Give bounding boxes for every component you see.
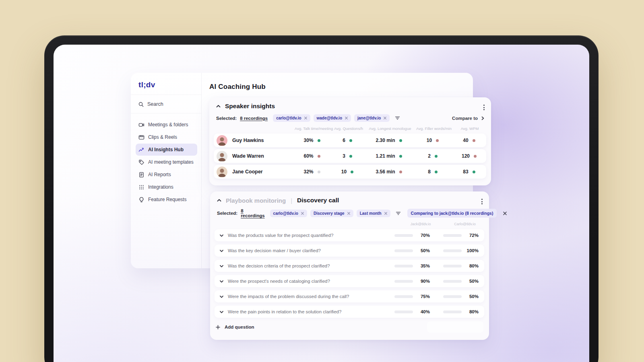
card-title: Discovery call — [297, 197, 339, 204]
compare-to-button[interactable]: Compare to — [452, 116, 485, 121]
metric-value: 10 — [341, 169, 347, 175]
speaker-row[interactable]: Wade Warren 60% 3 1.21 min 2 120 — [214, 149, 486, 163]
question-row[interactable]: Were the prospect's needs of cataloging … — [215, 275, 484, 287]
speaker-name: Guy Hawkins — [232, 138, 264, 143]
question-row[interactable]: Were the pain points in relation to the … — [215, 306, 484, 318]
metric-status-dot — [473, 171, 475, 173]
report-doc-icon — [138, 172, 144, 178]
metric-cell: 2 — [413, 153, 452, 159]
sidebar-item[interactable]: AI Reports — [136, 169, 197, 181]
compare-bar-group: 100% — [442, 248, 479, 253]
question-row[interactable]: Were the impacts of the problem discusse… — [215, 290, 484, 302]
sidebar-item[interactable]: Clips & Reels — [136, 131, 197, 143]
tag-icon — [138, 159, 144, 165]
chip-label: Last month — [360, 211, 382, 216]
compare-bar-group: 90% — [393, 279, 430, 284]
chevron-down-icon[interactable] — [220, 280, 223, 283]
metric-status-dot — [474, 155, 477, 158]
metric-status-dot — [399, 155, 402, 158]
sidebar-nav: Meetings & folders Clips & Reels AI Insi… — [131, 119, 201, 206]
column-header: Avg. Longest monologue — [365, 126, 415, 131]
compare-bar-group: 80% — [442, 263, 479, 268]
percent-value: 50% — [465, 279, 479, 284]
progress-bar — [394, 311, 413, 313]
more-menu-icon[interactable] — [481, 198, 483, 205]
filter-icon[interactable] — [395, 115, 400, 121]
chip-close-icon[interactable] — [345, 117, 348, 119]
chip-close-icon[interactable] — [301, 212, 304, 215]
question-row[interactable]: Was the products value for the prospect … — [215, 229, 484, 241]
comparing-chip[interactable]: Comparing to jack@tldv.io (8 recordings) — [407, 209, 497, 218]
chevron-down-icon[interactable] — [220, 234, 223, 237]
metric-value: 1.21 min — [376, 153, 395, 159]
card-title-muted: Playbook monitoring — [226, 197, 286, 204]
chevron-down-icon[interactable] — [220, 264, 223, 268]
metric-status-dot — [349, 139, 352, 142]
progress-bar — [443, 280, 462, 283]
filter-chip[interactable]: carlo@tldv.io — [273, 114, 310, 122]
selected-recordings-link[interactable]: 8 recordings — [241, 208, 264, 218]
metric-cell: 10 — [413, 138, 452, 143]
title-separator: | — [291, 197, 292, 204]
chevron-down-icon[interactable] — [220, 249, 223, 253]
metric-cell: 40 — [452, 138, 486, 143]
filter-chip[interactable]: Discovery stage — [310, 210, 353, 217]
metric-status-dot — [399, 171, 402, 173]
more-menu-icon[interactable] — [483, 104, 485, 111]
selected-label: Selected: — [216, 116, 237, 121]
speaker-table-header: Avg. Talk time/meeting Avg. Questions/h … — [209, 122, 491, 131]
sidebar-item[interactable]: Feature Requests — [136, 193, 197, 206]
sidebar-item[interactable]: AI meeting templates — [136, 156, 197, 168]
compare-bar-group: 40% — [393, 309, 430, 314]
collapse-chevron-up-icon[interactable] — [216, 104, 221, 109]
collapse-chevron-up-icon[interactable] — [217, 198, 221, 203]
chip-label: jane@tldv.io — [357, 116, 381, 120]
compare-bar-group: 75% — [393, 294, 430, 299]
metric-status-dot — [318, 171, 320, 173]
chip-close-icon[interactable] — [384, 117, 386, 119]
sidebar-item-active[interactable]: AI Insights Hub — [136, 144, 197, 156]
chip-label: carlo@tldv.io — [276, 116, 301, 120]
compare-column: Jack@tldv.io — [402, 222, 439, 226]
percent-value: 40% — [416, 309, 430, 314]
percent-value: 80% — [465, 263, 479, 268]
progress-bar — [394, 265, 413, 267]
column-header: Avg. WPM — [453, 126, 486, 131]
speaker-name-cell: Guy Hawkins — [214, 135, 293, 146]
compare-bar-group: 72% — [442, 233, 479, 238]
metric-value: 2 — [428, 153, 431, 159]
chip-close-icon[interactable] — [347, 212, 350, 215]
filter-chip[interactable]: carlo@tldv.io — [270, 210, 307, 217]
sidebar-item[interactable]: Integrations — [136, 181, 197, 193]
search-icon — [138, 102, 144, 107]
chevron-down-icon[interactable] — [220, 295, 223, 298]
close-icon[interactable] — [503, 212, 507, 215]
filter-icon[interactable] — [396, 211, 401, 216]
percent-value: 50% — [416, 248, 430, 253]
filter-chip[interactable]: Last month — [357, 210, 390, 217]
metric-cell: 10 — [330, 169, 364, 175]
compare-column: Carlo@tldv.io — [446, 222, 483, 226]
speaker-row[interactable]: Jane Cooper 32% 10 3.56 min 8 83 — [214, 165, 486, 179]
avatar — [217, 151, 227, 162]
filter-chip[interactable]: wade@tldv.io — [314, 114, 351, 122]
sidebar-item-label: AI meeting templates — [148, 159, 194, 165]
selected-recordings-link[interactable]: 8 recordings — [240, 116, 268, 121]
chip-close-icon[interactable] — [304, 117, 307, 119]
chevron-down-icon[interactable] — [220, 310, 223, 314]
metric-value: 30% — [303, 138, 313, 143]
search-button[interactable]: Search — [131, 95, 201, 113]
sidebar-item[interactable]: Meetings & folders — [136, 119, 197, 131]
sidebar-item-label: AI Insights Hub — [148, 147, 184, 152]
metric-cell: 30% — [293, 138, 330, 143]
metric-status-dot — [318, 155, 320, 158]
add-question-button[interactable]: Add question — [216, 321, 484, 333]
speaker-row[interactable]: Guy Hawkins 30% 6 2.30 min 10 40 — [214, 134, 486, 147]
playbook-monitoring-card: Playbook monitoring | Discovery call Sel… — [210, 191, 489, 340]
chip-close-icon[interactable] — [384, 212, 387, 215]
sidebar: tl;dv Search Meetings & folders Clips & … — [131, 73, 202, 268]
metric-value: 3 — [343, 153, 345, 159]
question-row[interactable]: Was the decision criteria of the prospec… — [215, 260, 484, 272]
question-row[interactable]: Was the key decision maker / buyer clari… — [215, 245, 484, 257]
filter-chip[interactable]: jane@tldv.io — [354, 114, 390, 122]
